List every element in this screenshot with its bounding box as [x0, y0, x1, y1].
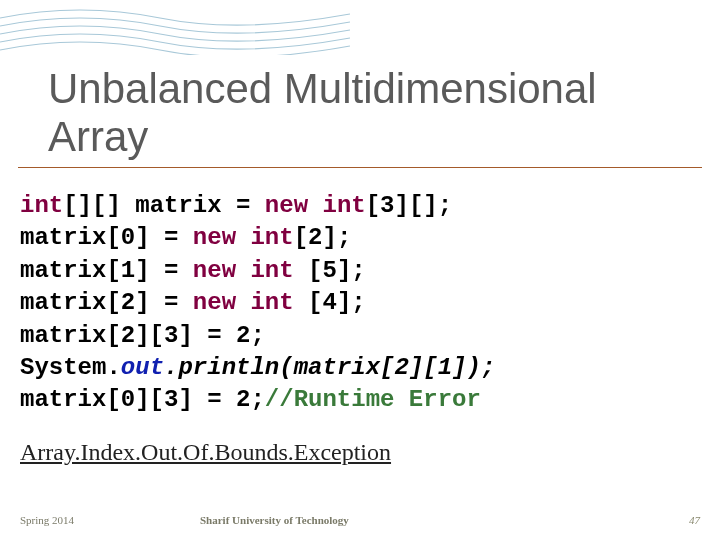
code-text: [236, 224, 250, 251]
code-kw: int: [20, 192, 63, 219]
code-text: [308, 192, 322, 219]
code-kw: new: [193, 224, 236, 251]
code-comment: //Runtime Error: [265, 386, 481, 413]
code-static: out: [121, 354, 164, 381]
code-kw: int: [250, 257, 293, 284]
code-text: matrix[2][3] = 2;: [20, 322, 265, 349]
footer-page-number: 47: [689, 514, 700, 526]
code-text: [2];: [294, 224, 352, 251]
code-text: matrix[0][3] = 2;: [20, 386, 265, 413]
code-text: [5];: [294, 257, 366, 284]
exception-text: Array.Index.Out.Of.Bounds.Exception: [0, 417, 720, 466]
code-kw: new: [193, 289, 236, 316]
code-text: matrix[1] =: [20, 257, 193, 284]
code-kw: int: [250, 289, 293, 316]
code-kw: new: [265, 192, 308, 219]
footer-term: Spring 2014: [0, 514, 74, 526]
code-text: [236, 289, 250, 316]
slide-title: Unbalanced Multidimensional Array: [18, 0, 702, 168]
code-block: int[][] matrix = new int[3][]; matrix[0]…: [0, 168, 720, 417]
code-text: [236, 257, 250, 284]
code-text: [3][];: [366, 192, 452, 219]
code-text: System.: [20, 354, 121, 381]
footer-affiliation: Sharif University of Technology: [200, 514, 349, 526]
code-text: [][] matrix =: [63, 192, 265, 219]
code-text: matrix[0] =: [20, 224, 193, 251]
code-text: [4];: [294, 289, 366, 316]
code-kw: new: [193, 257, 236, 284]
code-text: matrix[2] =: [20, 289, 193, 316]
code-kw: int: [322, 192, 365, 219]
slide-footer: Spring 2014 Sharif University of Technol…: [0, 514, 720, 526]
code-text: .: [164, 354, 178, 381]
code-method: println: [178, 354, 279, 381]
code-text: (matrix[2][1]);: [279, 354, 495, 381]
code-kw: int: [250, 224, 293, 251]
